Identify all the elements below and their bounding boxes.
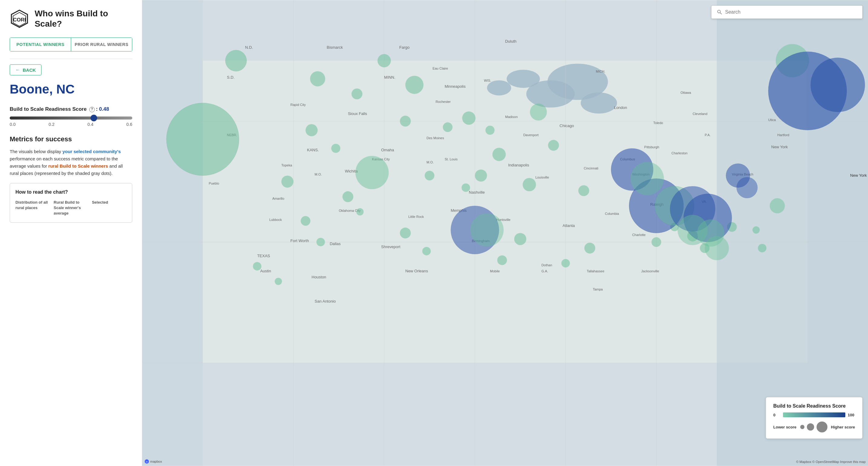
svg-point-104 xyxy=(548,140,559,151)
back-button[interactable]: ← BACK xyxy=(10,64,41,75)
svg-text:Indianapolis: Indianapolis xyxy=(508,163,529,167)
svg-point-133 xyxy=(655,186,694,225)
svg-text:Minneapolis: Minneapolis xyxy=(444,84,466,89)
svg-text:Des Moines: Des Moines xyxy=(427,136,444,140)
city-name: Boone, NC xyxy=(10,82,132,96)
svg-point-122 xyxy=(700,243,709,253)
left-panel: CORI Who wins Build to Scale? POTENTIAL … xyxy=(0,0,142,466)
svg-rect-9 xyxy=(717,0,868,466)
svg-text:P.A.: P.A. xyxy=(705,133,710,137)
svg-point-136 xyxy=(678,215,708,245)
svg-text:Louisville: Louisville xyxy=(535,176,549,179)
svg-point-129 xyxy=(727,222,737,232)
tab-prior-rural-winners[interactable]: PRIOR RURAL WINNERS xyxy=(71,38,132,51)
slider-tick1: 0.2 xyxy=(49,122,55,127)
svg-point-108 xyxy=(425,171,434,180)
svg-text:Rapid City: Rapid City xyxy=(290,103,306,106)
svg-point-138 xyxy=(705,236,729,260)
map-legend: Build to Scale Readiness Score 0 100 Low… xyxy=(766,397,863,439)
chart-info-cols: Distribution of all rural places Rural B… xyxy=(16,200,126,216)
svg-text:Raleigh: Raleigh xyxy=(650,202,664,207)
svg-text:Pueblo: Pueblo xyxy=(209,182,219,185)
slider-labels: 0.0 0.2 0.4 0.6 xyxy=(10,122,132,127)
svg-point-117 xyxy=(514,233,526,245)
search-input[interactable] xyxy=(725,9,857,15)
slider-tick3: 0.6 xyxy=(126,122,132,127)
svg-text:WIS.: WIS. xyxy=(484,79,491,82)
svg-text:Omaha: Omaha xyxy=(381,148,394,152)
svg-point-145 xyxy=(726,163,750,188)
map-background: N.D. Bismarck Fargo Duluth S.D. Eau Clai… xyxy=(142,0,868,466)
svg-text:Davenport: Davenport xyxy=(523,133,539,137)
svg-text:Amarillo: Amarillo xyxy=(272,197,284,200)
svg-text:Dothan: Dothan xyxy=(541,263,552,267)
svg-text:Wichita: Wichita xyxy=(345,169,358,174)
svg-text:Little Rock: Little Rock xyxy=(408,215,424,218)
svg-text:Virginia Beach: Virginia Beach xyxy=(732,173,753,176)
svg-point-8 xyxy=(581,92,617,114)
svg-text:Tampa: Tampa xyxy=(593,287,603,291)
legend-dot-small xyxy=(800,425,804,429)
svg-text:MINN.: MINN. xyxy=(384,75,395,80)
svg-text:Cincinnati: Cincinnati xyxy=(584,166,598,170)
svg-text:Rochester: Rochester xyxy=(435,100,451,103)
svg-text:San Antonio: San Antonio xyxy=(315,299,336,304)
svg-text:m: m xyxy=(146,461,147,463)
chart-info-col-2: Rural Build to Scale winner's average xyxy=(54,200,88,216)
svg-text:Kansas City: Kansas City xyxy=(372,157,390,161)
header-row: CORI Who wins Build to Scale? xyxy=(10,8,132,29)
legend-title: Build to Scale Readiness Score xyxy=(773,403,855,409)
svg-text:Cleveland: Cleveland xyxy=(692,112,707,116)
svg-point-123 xyxy=(253,262,261,271)
svg-text:Chicago: Chicago xyxy=(560,123,574,128)
mapbox-icon: m xyxy=(145,459,149,464)
community-link: your selected community's xyxy=(62,149,121,154)
svg-point-110 xyxy=(475,169,487,182)
svg-text:M.O.: M.O. xyxy=(427,160,434,164)
svg-point-112 xyxy=(578,185,589,196)
svg-point-4 xyxy=(526,80,575,107)
svg-point-114 xyxy=(317,238,325,246)
svg-text:Pittsburgh: Pittsburgh xyxy=(644,145,659,149)
readiness-slider[interactable] xyxy=(10,117,132,120)
chart-info-col-3: Selected xyxy=(92,200,126,216)
svg-point-120 xyxy=(670,223,679,231)
svg-point-118 xyxy=(584,243,595,254)
svg-point-121 xyxy=(687,230,698,242)
svg-point-90 xyxy=(225,50,247,71)
new-york-label: New York xyxy=(849,173,868,178)
back-label: BACK xyxy=(23,67,36,73)
svg-point-130 xyxy=(770,198,785,213)
map-search-bar[interactable] xyxy=(711,5,863,19)
svg-text:Mobile: Mobile xyxy=(490,269,500,273)
map-area: N.D. Bismarck Fargo Duluth S.D. Eau Clai… xyxy=(142,0,868,466)
search-icon xyxy=(717,9,722,15)
legend-size-row: Lower score Higher score xyxy=(773,422,855,432)
help-icon[interactable]: ? xyxy=(89,107,95,112)
chart-info-title: How to read the chart? xyxy=(16,189,126,195)
chart-info-box: How to read the chart? Distribution of a… xyxy=(10,183,132,223)
svg-point-115 xyxy=(400,227,411,239)
svg-point-95 xyxy=(355,156,389,189)
svg-text:S.D.: S.D. xyxy=(227,75,235,80)
svg-point-105 xyxy=(492,148,506,161)
svg-text:Tallahassee: Tallahassee xyxy=(587,269,604,273)
svg-text:VA.: VA. xyxy=(702,200,707,203)
svg-text:Huntsville: Huntsville xyxy=(496,218,510,221)
svg-text:Charleston: Charleston xyxy=(672,151,688,155)
legend-max-label: 100 xyxy=(848,413,855,417)
map-attribution: © Mapbox © OpenStreetMap Improve this ma… xyxy=(796,460,866,464)
svg-point-119 xyxy=(652,237,661,247)
svg-point-96 xyxy=(306,124,318,136)
svg-text:Lubbock: Lubbock xyxy=(269,218,282,221)
svg-text:Madison: Madison xyxy=(505,115,518,119)
score-value: 0.48 xyxy=(99,106,109,112)
tab-potential-winners[interactable]: POTENTIAL WINNERS xyxy=(10,38,71,51)
svg-text:New York: New York xyxy=(771,145,788,149)
svg-text:Sioux Falls: Sioux Falls xyxy=(348,111,367,116)
svg-point-111 xyxy=(523,178,536,191)
legend-dot-large xyxy=(816,422,828,432)
svg-text:Birmingham: Birmingham xyxy=(472,239,490,243)
svg-point-132 xyxy=(629,179,684,233)
metrics-title: Metrics for success xyxy=(10,135,132,143)
